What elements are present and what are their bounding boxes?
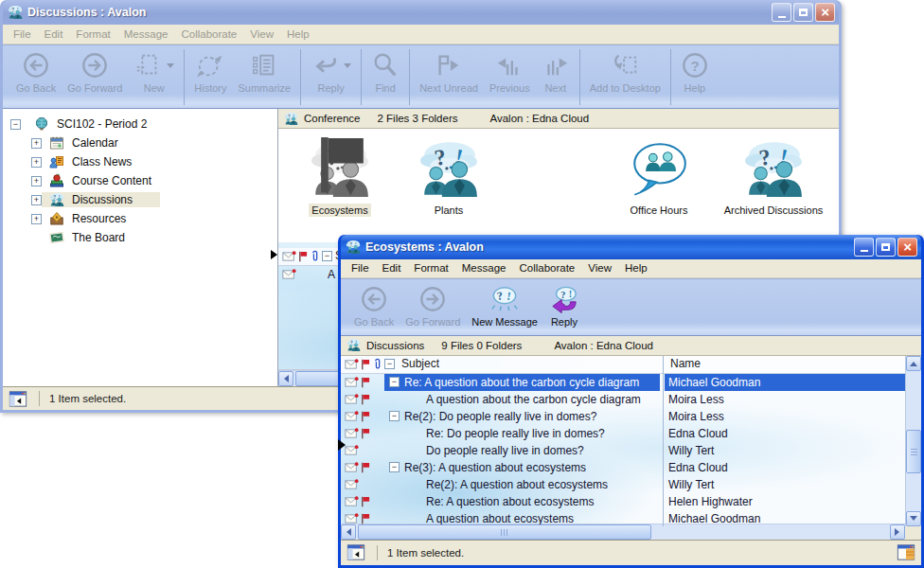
expand-box[interactable]	[31, 195, 42, 205]
expand-box[interactable]	[31, 214, 42, 224]
menu-item-file[interactable]: File	[7, 27, 38, 42]
tree-item-class-news[interactable]: Class News	[3, 152, 277, 171]
thread-collapse-box[interactable]	[389, 377, 400, 387]
new-message-button[interactable]: New Message	[466, 282, 543, 333]
tree-item-course-content[interactable]: Course Content	[3, 171, 277, 190]
thread-collapse-box[interactable]	[389, 411, 400, 421]
menu-item-format[interactable]: Format	[69, 27, 116, 42]
menu-item-message[interactable]: Message	[455, 260, 513, 275]
menu-item-collaborate[interactable]: Collaborate	[512, 260, 581, 275]
scroll-up-arrow[interactable]	[906, 356, 921, 371]
message-row[interactable]: Re: A question about the carbon cycle di…	[341, 374, 905, 391]
scrollbar-thumb[interactable]	[906, 430, 921, 473]
message-row[interactable]: Do people really live in domes? Willy Te…	[341, 442, 905, 459]
help-button[interactable]: Help	[675, 48, 715, 106]
conference-item-archived-discussions[interactable]: Archived Discussions	[709, 138, 838, 217]
previous-button[interactable]: Previous	[484, 48, 536, 106]
find-button[interactable]: Find	[365, 48, 405, 106]
collapse-all-box[interactable]	[384, 359, 395, 369]
view-options-icon[interactable]	[897, 544, 915, 560]
expand-box[interactable]	[31, 138, 42, 149]
reply-button[interactable]: Reply	[543, 282, 585, 333]
ecosystems-window-titlebar[interactable]: Ecosystems : Avalon	[341, 235, 921, 259]
scroll-left-arrow[interactable]	[278, 371, 293, 386]
go-forward-button[interactable]: Go Forward	[400, 282, 466, 333]
window-title: Discussions : Avalon	[27, 6, 772, 19]
minimize-button[interactable]	[772, 3, 791, 22]
window-title: Ecosystems : Avalon	[365, 240, 854, 254]
envelope-icon	[345, 359, 359, 370]
flag-icon	[361, 411, 370, 422]
flag-icon	[361, 513, 370, 524]
list-header[interactable]: Subject Name	[341, 356, 905, 374]
conference-item-ecosystems[interactable]: Ecosystems	[295, 138, 384, 217]
next-button[interactable]: Next	[536, 48, 576, 106]
scrollbar-track[interactable]	[356, 524, 890, 540]
menu-item-file[interactable]: File	[345, 260, 376, 275]
add-to-desktop-button[interactable]: Add to Desktop	[584, 48, 666, 106]
envelope-icon	[345, 513, 359, 524]
message-row[interactable]: Re(3): A question about ecosystems Edna …	[341, 459, 905, 476]
discussions-window-titlebar[interactable]: Discussions : Avalon	[3, 0, 839, 25]
conference-item-office-hours[interactable]: Office Hours	[610, 138, 708, 217]
message-row[interactable]: Re(2): A question about ecosystems Willy…	[341, 476, 905, 493]
menu-item-help[interactable]: Help	[618, 260, 654, 275]
minimize-button[interactable]	[854, 238, 874, 257]
menu-item-edit[interactable]: Edit	[376, 260, 408, 275]
message-row[interactable]: Re: Do people really live in domes? Edna…	[341, 425, 905, 442]
tree-item-sci102[interactable]: SCI102 - Period 2	[3, 115, 277, 133]
expand-box[interactable]	[31, 157, 42, 168]
tree-item-calendar[interactable]: Calendar	[3, 133, 277, 152]
menu-item-edit[interactable]: Edit	[38, 27, 70, 42]
thread-collapse-box[interactable]	[389, 462, 400, 472]
expand-box[interactable]	[31, 176, 42, 186]
close-button[interactable]	[897, 238, 917, 257]
new-button[interactable]: New	[128, 48, 180, 106]
message-row[interactable]: Re(2): Do people really live in domes? M…	[341, 408, 905, 425]
message-row[interactable]: A question about the carbon cycle diagra…	[341, 391, 905, 408]
conference-item-plants[interactable]: Plants	[404, 138, 493, 217]
status-text: 1 Item selected.	[49, 393, 126, 404]
tree-item-discussions[interactable]: Discussions	[3, 190, 277, 209]
menu-item-view[interactable]: View	[581, 260, 618, 275]
pane-counts-label: 9 Files 0 Folders	[441, 340, 522, 351]
menu-item-collaborate[interactable]: Collaborate	[174, 27, 243, 42]
menu-item-view[interactable]: View	[243, 27, 280, 42]
history-button[interactable]: History	[188, 48, 232, 106]
pane-identity-label: Avalon : Edna Cloud	[489, 113, 589, 124]
summarize-button[interactable]: Summarize	[233, 48, 297, 106]
close-icon	[821, 5, 829, 20]
menu-item-message[interactable]: Message	[117, 27, 175, 42]
maximize-button[interactable]	[793, 3, 813, 22]
tree-item-resources[interactable]: Resources	[3, 209, 277, 228]
forward-arrow-icon	[80, 51, 109, 80]
tree-item-the-board[interactable]: The Board	[3, 228, 277, 247]
collapse-all-box[interactable]	[322, 251, 332, 261]
menu-item-format[interactable]: Format	[407, 260, 454, 275]
go-forward-button[interactable]: Go Forward	[62, 48, 128, 106]
scrollbar-thumb[interactable]	[358, 524, 651, 540]
scroll-down-arrow[interactable]	[906, 511, 921, 526]
scrollbar-track[interactable]	[906, 371, 921, 511]
envelope-icon	[345, 445, 359, 456]
close-button[interactable]	[815, 3, 835, 22]
envelope-icon	[345, 377, 359, 388]
collapse-box[interactable]	[10, 119, 21, 130]
message-row[interactable]: Re: A question about ecosystems Helen Hi…	[341, 493, 905, 510]
maximize-button[interactable]	[876, 238, 896, 257]
next-unread-button[interactable]: Next Unread	[414, 48, 484, 106]
next-icon	[542, 51, 570, 80]
go-back-button[interactable]: Go Back	[10, 48, 62, 106]
toggle-pane-icon[interactable]	[9, 391, 27, 407]
menu-item-help[interactable]: Help	[280, 27, 316, 42]
envelope-icon	[345, 428, 359, 439]
column-divider[interactable]	[663, 356, 664, 526]
horizontal-scrollbar[interactable]	[341, 524, 921, 540]
reply-button[interactable]: Reply	[305, 48, 357, 106]
vertical-scrollbar[interactable]	[905, 356, 921, 526]
subject-column-header[interactable]: Subject	[401, 357, 439, 370]
go-back-button[interactable]: Go Back	[348, 282, 400, 333]
name-column-header[interactable]: Name	[670, 357, 701, 370]
envelope-icon	[345, 462, 359, 473]
toggle-pane-icon[interactable]	[346, 544, 365, 560]
